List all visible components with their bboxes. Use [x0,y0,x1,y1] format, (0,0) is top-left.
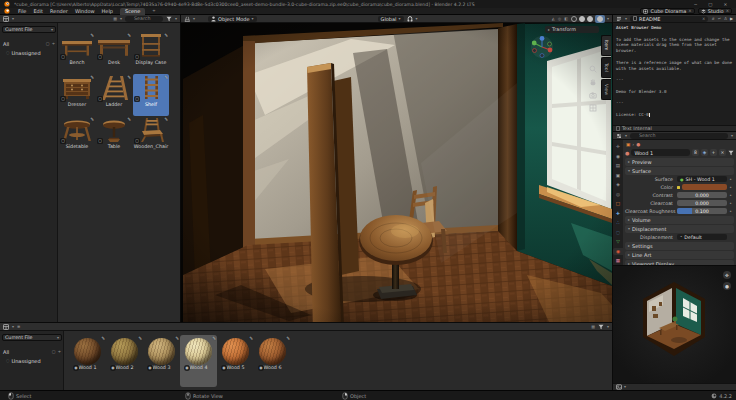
workspace-tab-scene[interactable]: Scene [120,8,145,15]
display-size-caret[interactable]: ▾ [120,17,122,21]
shading-wireframe-button[interactable] [571,16,577,22]
editor-type-caret[interactable]: ▾ [12,325,14,329]
tab-tool-icon[interactable]: ✛ [614,143,623,150]
tab-tool[interactable]: Tool [601,57,611,78]
edit-pencil-icon[interactable]: ✎ [164,117,168,122]
clearcoat-slider[interactable]: 0.000 [677,200,727,207]
add-catalog-button[interactable]: + [52,42,55,46]
edit-pencil-icon[interactable]: ✎ [127,33,131,38]
tab-view[interactable]: View [601,79,611,100]
mode-dropdown[interactable]: Object Mode ▾ [208,16,257,22]
scene-selector[interactable]: Cube Diorama × [640,8,694,14]
panel-line-art[interactable]: ▸Line Art [625,251,734,259]
material-tile-wood2[interactable]: ◉ ✎ Wood 2 [106,335,143,387]
tab-world-icon[interactable]: ◎ [614,191,623,198]
overlays-toggle-icon[interactable]: ◎ [558,17,562,21]
animate-decorator[interactable]: • [729,185,732,190]
xray-toggle-icon[interactable]: ◧ [564,17,568,21]
window-close-button[interactable]: × [719,0,732,8]
unlink-text-icon[interactable]: × [702,17,705,21]
window-maximize-button[interactable]: ▢ [704,0,717,8]
tab-render-icon[interactable]: ◉ [614,153,623,160]
displacement-dropdown[interactable]: •Default [677,234,727,241]
asset-tile-display-case[interactable]: ▢ ✎ Display Case [133,32,169,74]
edit-pencil-icon[interactable]: ✎ [127,117,131,122]
shading-rendered-button-active[interactable] [595,15,605,23]
camera-view-icon[interactable] [589,91,597,99]
editor-type-caret[interactable]: ▾ [193,17,195,21]
editor-type-caret[interactable]: ▾ [625,17,627,21]
panel-preview[interactable]: ▸Preview [625,158,734,166]
display-size-icon[interactable]: ▦ [113,17,117,21]
edit-pencil-icon[interactable]: ✎ [101,336,105,341]
asset-browser-editor-icon[interactable] [3,324,9,330]
properties-filter-caret[interactable]: ▾ [731,134,733,138]
image-overlay-button[interactable]: ✥ [723,271,731,279]
asset-tile-bench[interactable]: ▢ ✎ Bench [59,32,95,74]
panel-displacement[interactable]: ▾Displacement [625,225,734,233]
edit-pencil-icon[interactable]: ✎ [90,33,94,38]
color-swatch[interactable] [682,184,727,191]
panel-surface[interactable]: ▾Surface [625,167,734,175]
text-editor-icon[interactable] [616,16,622,22]
menu-edit[interactable]: Edit [33,8,43,14]
asset-tile-sidetable[interactable]: ▢ ✎ Sidetable [59,116,95,158]
animate-decorator[interactable]: • [729,177,732,182]
properties-editor-icon[interactable] [616,133,622,139]
text-editor-content[interactable]: Asset Browser Demo To add the assets to … [613,23,736,125]
asset-tile-table[interactable]: ▢ ✎ Table [96,116,132,158]
image-pin-button[interactable]: ● [723,282,731,290]
menu-window[interactable]: Window [75,8,95,14]
tab-physics-icon[interactable]: ◌ [614,229,623,236]
edit-pencil-icon[interactable]: ✎ [212,336,216,341]
menu-help[interactable]: Help [102,8,113,14]
asset-browser-editor-icon[interactable] [3,16,9,22]
panel-viewport-display[interactable]: ▸Viewport Display [625,260,734,265]
zoom-icon[interactable] [589,65,597,73]
properties-search-input[interactable] [630,133,728,139]
catalog-all[interactable]: All ▢ + [3,40,55,48]
catalog-all[interactable]: All ▢ + [3,348,61,356]
view-layer-new-icon[interactable]: × [726,9,729,13]
asset-tile-desk[interactable]: ▢ ✎ Desk [96,32,132,74]
material-source-select[interactable]: Current File ▾ [2,334,62,341]
catalog-unassigned[interactable]: ◌ Unassigned [3,49,55,57]
line-numbers-toggle-icon[interactable]: # [711,17,714,21]
run-script-button[interactable]: ▶ [730,17,733,21]
scene-unlink-icon[interactable]: × [688,9,691,13]
user-count-button[interactable]: 8 [692,149,699,156]
snap-magnet-icon[interactable] [407,16,413,22]
material-name-field[interactable]: Wood 1 [631,149,690,156]
browser-menu-icon[interactable]: ≡ [17,325,20,329]
asset-search-input[interactable] [125,16,163,22]
material-tile-wood1[interactable]: ◉ ✎ Wood 1 [69,335,106,387]
asset-source-select[interactable]: Current File ▾ [2,26,56,33]
filter-funnel-icon[interactable] [598,324,604,330]
navigation-gizmo[interactable] [530,35,554,59]
tab-texture-icon[interactable]: ▦ [614,257,623,264]
editor-type-caret[interactable]: ▾ [12,17,14,21]
menu-render[interactable]: Render [50,8,68,14]
contrast-slider[interactable]: 0.000 [677,192,727,199]
viewport-canvas[interactable]: ▸ Transform Item Tool View [181,23,612,322]
display-size-icon[interactable]: ▦ [591,325,595,329]
menu-file[interactable]: File [18,8,26,14]
shading-solid-button[interactable] [579,16,585,22]
editor-type-caret[interactable]: ▾ [625,134,627,138]
syntax-toggle-icon[interactable]: A [724,17,727,21]
tab-item[interactable]: Item [601,35,611,56]
panel-volume[interactable]: ▸Volume [625,216,734,224]
edit-pencil-icon[interactable]: ✎ [164,33,168,38]
animate-decorator[interactable]: • [729,209,732,214]
animate-decorator[interactable]: • [729,193,732,198]
snap-caret[interactable]: ▾ [416,17,418,21]
material-tile-wood4-selected[interactable]: ◉ ✎ Wood 4 [180,335,217,387]
filter-caret[interactable]: ▾ [607,325,609,329]
catalog-unassigned[interactable]: ◌ Unassigned [3,357,61,365]
add-workspace-button[interactable]: + [152,9,155,13]
edit-pencil-icon[interactable]: ✎ [90,75,94,80]
shading-caret[interactable]: ▾ [607,17,609,21]
pan-hand-icon[interactable] [589,78,597,86]
edit-pencil-icon[interactable]: ✎ [164,75,168,80]
edit-pencil-icon[interactable]: ✎ [286,336,290,341]
